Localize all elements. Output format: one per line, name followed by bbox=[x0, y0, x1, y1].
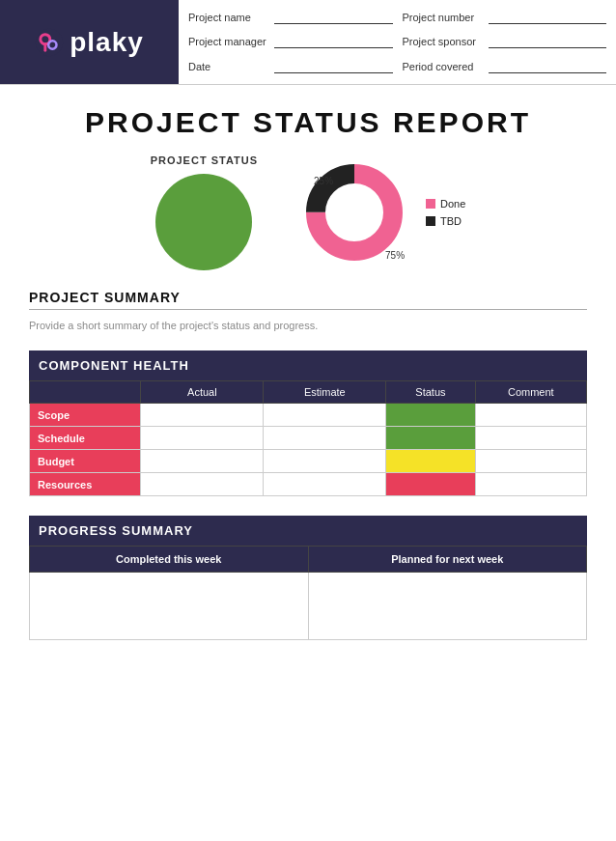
table-row-scope: Scope bbox=[30, 404, 587, 427]
scope-comment bbox=[475, 404, 586, 427]
logo-area: plaky bbox=[0, 0, 179, 84]
component-health-section: COMPONENT HEALTH Actual Estimate Status … bbox=[0, 350, 616, 496]
field-line-project-name bbox=[274, 11, 393, 24]
schedule-actual bbox=[141, 427, 264, 450]
table-row-budget: Budget bbox=[30, 450, 587, 473]
field-period-covered: Period covered bbox=[403, 55, 607, 78]
scope-actual bbox=[141, 404, 264, 427]
status-left: PROJECT STATUS bbox=[151, 154, 258, 270]
col-header-label bbox=[30, 381, 141, 404]
scope-label-cell: Scope bbox=[30, 404, 141, 427]
progress-content-row bbox=[30, 573, 587, 640]
budget-status bbox=[386, 450, 475, 473]
col-header-estimate: Estimate bbox=[264, 381, 386, 404]
logo-text: plaky bbox=[70, 27, 144, 58]
schedule-comment bbox=[475, 427, 586, 450]
field-label-project-sponsor: Project sponsor bbox=[403, 36, 485, 47]
fields-area: Project name Project number Project mana… bbox=[179, 0, 616, 84]
header: plaky Project name Project number Projec… bbox=[0, 0, 616, 85]
field-project-name: Project name bbox=[188, 6, 393, 29]
project-status-label: PROJECT STATUS bbox=[151, 154, 258, 166]
budget-label: Budget bbox=[38, 456, 74, 467]
field-line-project-sponsor bbox=[489, 35, 607, 48]
project-status-circle bbox=[155, 174, 252, 270]
field-label-date: Date bbox=[188, 61, 270, 72]
field-project-manager: Project manager bbox=[188, 31, 393, 54]
resources-label: Resources bbox=[38, 479, 92, 491]
comp-table-header-row: Actual Estimate Status Comment bbox=[30, 381, 587, 404]
field-line-project-number bbox=[489, 11, 607, 24]
schedule-estimate bbox=[264, 427, 386, 450]
completed-this-week-cell bbox=[30, 573, 309, 640]
legend-tbd-dot bbox=[426, 216, 435, 226]
planned-next-week-cell bbox=[308, 573, 587, 640]
resources-label-cell: Resources bbox=[30, 473, 141, 496]
col-header-comment: Comment bbox=[475, 381, 586, 404]
schedule-label-cell: Schedule bbox=[30, 427, 141, 450]
table-row-resources: Resources bbox=[30, 473, 587, 496]
budget-actual bbox=[141, 450, 264, 473]
chart-legend: Done TBD bbox=[426, 198, 465, 227]
resources-estimate bbox=[264, 473, 386, 496]
field-project-sponsor: Project sponsor bbox=[403, 31, 607, 54]
component-health-table: Actual Estimate Status Comment Scope Sch… bbox=[29, 380, 587, 496]
main-title: PROJECT STATUS REPORT bbox=[0, 85, 616, 154]
legend-tbd-label: TBD bbox=[440, 215, 462, 227]
plaky-logo-icon bbox=[35, 28, 64, 57]
svg-point-6 bbox=[327, 185, 381, 239]
field-label-project-name: Project name bbox=[188, 12, 270, 23]
pct-75-label: 75% bbox=[385, 250, 405, 261]
legend-done: Done bbox=[426, 198, 465, 210]
pct-25-label: 25% bbox=[314, 176, 333, 186]
field-date: Date bbox=[188, 55, 393, 78]
field-label-project-number: Project number bbox=[403, 12, 485, 23]
field-label-period-covered: Period covered bbox=[403, 61, 485, 72]
scope-label: Scope bbox=[38, 409, 70, 421]
budget-estimate bbox=[264, 450, 386, 473]
resources-actual bbox=[141, 473, 264, 496]
col-header-actual: Actual bbox=[141, 381, 264, 404]
col-header-status: Status bbox=[386, 381, 475, 404]
budget-comment bbox=[475, 450, 586, 473]
donut-area: 25% 75% Done TBD bbox=[296, 154, 465, 270]
progress-header-row: Completed this week Planned for next wee… bbox=[30, 547, 587, 573]
resources-comment bbox=[475, 473, 586, 496]
project-summary-section: PROJECT SUMMARY Provide a short summary … bbox=[0, 290, 616, 335]
schedule-status bbox=[386, 427, 475, 450]
field-line-period-covered bbox=[489, 60, 607, 73]
progress-summary-table: Completed this week Planned for next wee… bbox=[29, 546, 587, 640]
donut-wrapper: 25% 75% bbox=[296, 154, 412, 270]
table-row-schedule: Schedule bbox=[30, 427, 587, 450]
scope-status bbox=[386, 404, 475, 427]
legend-done-label: Done bbox=[440, 198, 465, 210]
project-summary-placeholder: Provide a short summary of the project's… bbox=[29, 316, 587, 335]
field-line-date bbox=[274, 60, 393, 73]
progress-summary-title: PROGRESS SUMMARY bbox=[29, 516, 587, 546]
project-status-section: PROJECT STATUS 25% 75% Done bbox=[0, 154, 616, 290]
legend-done-dot bbox=[426, 199, 435, 209]
component-health-title: COMPONENT HEALTH bbox=[29, 350, 587, 380]
schedule-label: Schedule bbox=[38, 433, 85, 444]
project-summary-title: PROJECT SUMMARY bbox=[29, 290, 587, 310]
field-project-number: Project number bbox=[403, 6, 607, 29]
budget-label-cell: Budget bbox=[30, 450, 141, 473]
progress-summary-section: PROGRESS SUMMARY Completed this week Pla… bbox=[0, 516, 616, 640]
resources-status bbox=[386, 473, 475, 496]
scope-estimate bbox=[264, 404, 386, 427]
col-planned-next-week: Planned for next week bbox=[308, 547, 587, 573]
legend-tbd: TBD bbox=[426, 215, 465, 227]
col-completed-this-week: Completed this week bbox=[30, 547, 309, 573]
field-label-project-manager: Project manager bbox=[188, 36, 270, 47]
field-line-project-manager bbox=[274, 35, 393, 48]
